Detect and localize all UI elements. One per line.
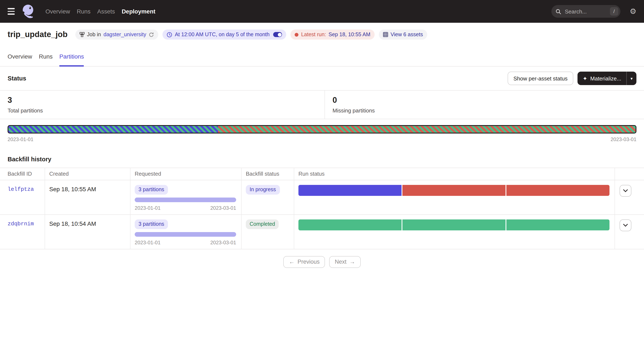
tab-partitions[interactable]: Partitions (59, 53, 84, 67)
job-tabs: Overview Runs Partitions (0, 45, 644, 67)
requested-range-bar (135, 198, 236, 202)
repo-link[interactable]: dagster_university (104, 32, 146, 38)
nav-links: Overview Runs Assets Deployment (46, 8, 155, 15)
pagination: ← Previous Next → (0, 249, 644, 275)
search-icon (556, 9, 561, 14)
run-status-segment-success (298, 219, 402, 230)
page-title: trip_update_job (8, 30, 68, 39)
view-assets-chip[interactable]: View 6 assets (379, 30, 427, 40)
next-label: Next (335, 259, 346, 265)
col-header-requested: Requested (130, 168, 242, 180)
nav-item-assets[interactable]: Assets (97, 8, 115, 15)
status-section-header: Status Show per-asset status ✦ Materiali… (0, 67, 644, 90)
backfill-id-link[interactable]: lelfptza (8, 185, 34, 192)
schedule-toggle[interactable] (274, 32, 282, 37)
sparkle-icon: ✦ (583, 75, 588, 82)
requested-range-dates: 2023-01-01 2023-03-01 (135, 240, 236, 245)
total-partitions-label: Total partitions (8, 107, 317, 114)
search-input[interactable] (564, 8, 607, 15)
next-page-button[interactable]: Next → (329, 256, 361, 268)
partition-overview: 2023-01-01 2023-03-01 (0, 119, 644, 147)
app-window: Overview Runs Assets Deployment / ⚙ trip… (0, 0, 644, 342)
backfill-table: Backfill ID Created Requested Backfill s… (0, 168, 644, 249)
stat-total-partitions: 3 Total partitions (0, 91, 325, 119)
materialize-dropdown-button[interactable]: ▾ (626, 72, 636, 85)
arrow-left-icon: ← (289, 259, 295, 265)
clock-icon (167, 32, 172, 37)
created-timestamp: Sep 18, 10:55 AM (49, 185, 96, 192)
run-status-segment-success (506, 219, 610, 230)
run-status-bar[interactable] (298, 219, 610, 230)
range-start-date: 2023-01-01 (135, 240, 160, 245)
chevron-down-icon (623, 189, 628, 192)
arrow-right-icon: → (349, 259, 355, 265)
schedule-label: At 12:00 AM UTC, on day 5 of the month (175, 32, 270, 38)
view-assets-label: View 6 assets (390, 32, 423, 38)
tab-runs[interactable]: Runs (39, 53, 52, 67)
job-location-chip[interactable]: Job in dagster_university (75, 30, 158, 40)
requested-partitions-chip[interactable]: 3 partitions (135, 219, 168, 229)
run-status-dot-icon (295, 33, 299, 37)
nav-right: / ⚙ (552, 5, 636, 18)
partition-end-date: 2023-03-01 (610, 136, 636, 142)
previous-label: Previous (298, 259, 320, 265)
job-header: trip_update_job Job in dagster_universit… (0, 23, 644, 45)
col-header-run-status: Run status (294, 168, 615, 180)
caret-down-icon: ▾ (630, 76, 633, 81)
partition-start-date: 2023-01-01 (8, 136, 34, 142)
top-nav: Overview Runs Assets Deployment / ⚙ (0, 0, 644, 23)
col-header-actions (615, 168, 644, 180)
range-end-date: 2023-03-01 (210, 205, 236, 211)
col-header-backfill-status: Backfill status (242, 168, 294, 180)
missing-partitions-value: 0 (332, 96, 375, 105)
previous-page-button[interactable]: ← Previous (284, 256, 325, 268)
run-status-segment-failure (506, 185, 610, 196)
range-start-date: 2023-01-01 (135, 205, 160, 211)
expand-row-button[interactable] (620, 219, 631, 231)
backfill-id-link[interactable]: zdqbrnim (8, 220, 34, 227)
job-chip-prefix: Job in (87, 32, 101, 38)
reload-icon[interactable] (149, 32, 154, 37)
requested-range-bar (135, 232, 236, 237)
search-shortcut-badge: / (610, 7, 618, 16)
requested-partitions-chip[interactable]: 3 partitions (135, 185, 168, 195)
requested-range-dates: 2023-01-01 2023-03-01 (135, 205, 236, 211)
created-timestamp: Sep 18, 10:54 AM (49, 219, 96, 227)
backfill-section-header: Backfill history (0, 147, 644, 168)
run-status-segment-in-progress (298, 185, 402, 196)
latest-run-time: Sep 18, 10:55 AM (328, 32, 370, 38)
run-status-segment-failure (402, 185, 506, 196)
run-status-segment-success (402, 219, 506, 230)
menu-icon[interactable] (8, 7, 15, 16)
grid-icon (383, 32, 388, 37)
partition-bar-dates: 2023-01-01 2023-03-01 (8, 136, 636, 142)
col-header-backfill-id: Backfill ID (0, 168, 45, 180)
dagster-logo-icon[interactable] (21, 4, 36, 19)
show-per-asset-status-button[interactable]: Show per-asset status (508, 72, 573, 85)
partition-status-bar[interactable] (8, 125, 636, 134)
partition-stats: 3 Total partitions 0 Missing partitions (0, 90, 644, 119)
table-header-row: Backfill ID Created Requested Backfill s… (0, 168, 644, 180)
stat-missing-partitions: 0 Missing partitions (325, 91, 382, 119)
nav-item-deployment[interactable]: Deployment (122, 8, 155, 15)
search-box[interactable]: / (552, 5, 620, 18)
nav-item-overview[interactable]: Overview (46, 8, 70, 15)
nav-item-runs[interactable]: Runs (77, 8, 90, 15)
total-partitions-value: 3 (8, 96, 317, 105)
missing-partitions-label: Missing partitions (332, 107, 375, 114)
materialize-button[interactable]: ✦ Materialize... (578, 72, 626, 85)
backfill-history-heading: Backfill history (8, 156, 636, 163)
schedule-chip[interactable]: At 12:00 AM UTC, on day 5 of the month (163, 30, 286, 40)
expand-row-button[interactable] (620, 185, 631, 197)
settings-gear-icon[interactable]: ⚙ (630, 8, 636, 15)
materialize-label: Materialize... (590, 75, 621, 82)
range-end-date: 2023-03-01 (210, 240, 236, 245)
job-graph-icon (79, 32, 84, 37)
tab-overview[interactable]: Overview (8, 53, 32, 67)
run-status-bar[interactable] (298, 185, 610, 196)
partition-bar-segment-red-green (218, 126, 636, 133)
latest-run-label: Latest run: (301, 32, 326, 38)
table-row: lelfptza Sep 18, 10:55 AM 3 partitions 2… (0, 180, 644, 215)
latest-run-chip[interactable]: Latest run: Sep 18, 10:55 AM (291, 30, 374, 40)
partition-bar-segment-blue-green (8, 126, 218, 133)
